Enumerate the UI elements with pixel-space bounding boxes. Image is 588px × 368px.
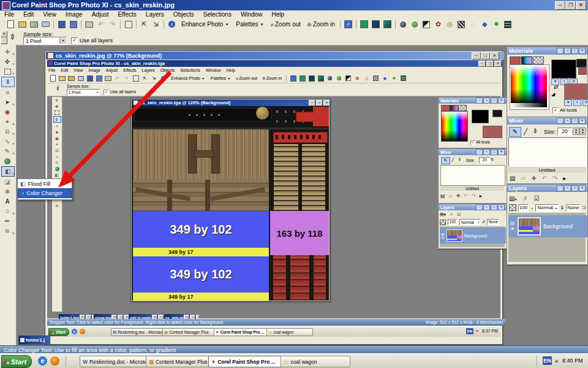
menu-help[interactable]: Help [271, 11, 285, 18]
layers-pin-icon[interactable]: ◦ [557, 185, 564, 191]
resize-icon[interactable] [123, 19, 134, 29]
mixer-open-page-icon[interactable]: ▱ [521, 175, 526, 182]
document-titlebar[interactable]: cs_skin_reskin.jpg @ 77% (Background) – … [46, 52, 504, 59]
sample-size-select[interactable]: 1 Pixel ▼ [23, 37, 67, 45]
layers-titlebar[interactable]: Layers ◦–□× [507, 185, 587, 192]
materials-close-icon[interactable]: × [579, 48, 586, 54]
open-file-icon[interactable] [17, 19, 28, 29]
dropper-tool[interactable]: ✐ [1, 77, 15, 87]
menu-selections[interactable]: Selections [203, 11, 232, 18]
text-tool[interactable]: A [1, 197, 13, 206]
redo-icon[interactable]: ↷ [107, 19, 118, 29]
flyout-color-changer[interactable]: ◑ Color Changer [18, 188, 72, 198]
link-icon[interactable]: ⊃ [582, 205, 586, 210]
mixer-redo-icon[interactable]: ↷ [552, 175, 557, 182]
swap-colors-icon[interactable]: ⇄ [554, 84, 559, 90]
mixer-undo-icon[interactable]: ↶ [542, 175, 547, 182]
close-options-icon[interactable]: ✕ [1, 31, 7, 37]
menu-file[interactable]: File [4, 11, 15, 18]
use-all-layers-checkbox[interactable]: ✓ [71, 37, 78, 44]
pick-tool[interactable]: ➤▾ [1, 98, 13, 107]
preset-shape-tool[interactable]: ◊▾ [1, 207, 13, 216]
background-color-swatch[interactable] [564, 83, 587, 99]
picture-tube-tool[interactable]: ✱ [1, 187, 13, 196]
dots-icon[interactable]: ∴ [468, 19, 478, 29]
quicklaunch-ie-icon[interactable]: e [38, 356, 47, 366]
info-icon[interactable]: i [167, 19, 177, 29]
materials-minimize-icon[interactable]: – [564, 48, 571, 54]
doc-maximize-button[interactable]: □ [481, 52, 490, 59]
mixer-new-page-icon[interactable]: ▤ [510, 175, 515, 182]
sphere-icon[interactable] [398, 19, 409, 29]
red-swirl-icon[interactable]: ✿ [433, 19, 443, 29]
pen-tool[interactable]: ✏ [1, 217, 13, 226]
layers-minimize-icon[interactable]: – [564, 185, 571, 191]
paint-brush-tool[interactable]: ✎▾ [1, 147, 13, 156]
mixer-knife-tool[interactable]: ╱ [524, 128, 527, 135]
layer-opacity-value[interactable]: 100 [518, 204, 529, 212]
script-icon[interactable] [382, 19, 393, 29]
restore-button[interactable]: ❐ [565, 1, 576, 10]
undo-icon[interactable]: ↶ [96, 19, 106, 29]
menu-view[interactable]: View [42, 11, 57, 18]
minimized-folder1-window[interactable]: folder1.j [18, 335, 50, 345]
layers-maximize-icon[interactable]: □ [571, 185, 578, 191]
mixer-pan-icon[interactable]: ✛ [531, 175, 536, 182]
menu-layers[interactable]: Layers [145, 11, 165, 18]
ss-task-content-manager[interactable]: ▦Content Manager Plus [162, 328, 215, 336]
blend-mode-select[interactable]: Normal▸ [535, 204, 558, 212]
task-coal-wagon[interactable]: 🗀coal wagon [281, 356, 350, 367]
doc-minimize-button[interactable]: – [472, 52, 481, 59]
framed-arrow-icon[interactable]: ➚ [343, 19, 353, 29]
new-file-icon[interactable] [6, 19, 16, 29]
close-button[interactable]: ✕ [576, 1, 586, 10]
menu-edit[interactable]: Edit [23, 11, 34, 18]
menu-image[interactable]: Image [65, 11, 83, 18]
document-window[interactable]: cs_skin_reskin.jpg @ 77% (Background) – … [45, 50, 503, 345]
zoom-in-button[interactable]: ⊕Zoom in [307, 21, 335, 28]
ss-start-button[interactable]: Start [48, 328, 69, 336]
menu-window[interactable]: Window [240, 11, 263, 18]
scan-icon[interactable] [40, 19, 51, 29]
fill-tool[interactable]: ◧▾ [1, 166, 15, 177]
ss-task-reskinning[interactable]: WReskinning.doc - Microso... [111, 328, 164, 336]
new-layer-button[interactable]: ▤▾ [509, 195, 516, 202]
diamond-icon[interactable]: ◆ [480, 19, 490, 29]
capture-icon[interactable]: ⇱ [139, 19, 149, 29]
opacity-slider-icon[interactable]: ⌄ [530, 205, 533, 210]
makeover-tool[interactable]: ✦▾ [1, 117, 13, 126]
maze-icon[interactable] [503, 19, 513, 29]
crop-tool[interactable]: ⌗ [1, 88, 13, 97]
import-icon[interactable]: ⇲ [151, 19, 161, 29]
print-icon[interactable] [84, 19, 94, 29]
menu-effects[interactable]: Effects [117, 11, 137, 18]
layer-row-background[interactable]: ▤👁 Background [508, 215, 587, 237]
foreground-mini-swatch[interactable] [576, 59, 587, 67]
preview-icon[interactable] [359, 19, 369, 29]
color-ball-tool[interactable] [1, 156, 13, 166]
contrast-icon[interactable] [421, 19, 432, 29]
clone-brush-tool[interactable]: ⧉▾ [1, 127, 13, 136]
task-paint-shop-pro[interactable]: ✦Corel Paint Shop Pro ... [208, 356, 283, 367]
materials-tab-frame[interactable] [510, 56, 521, 64]
mixer-close-icon[interactable]: × [579, 118, 586, 124]
ss-task-paintshop[interactable]: ✦Corel Paint Shop Pro ... [214, 328, 268, 336]
materials-maximize-icon[interactable]: □ [571, 48, 578, 54]
mixer-minimize-icon[interactable]: – [564, 118, 571, 124]
menu-objects[interactable]: Objects [173, 11, 195, 18]
materials-tab-rainbow[interactable] [521, 56, 532, 64]
start-button[interactable]: Start [1, 355, 32, 368]
delete-layer-button[interactable]: ✗ [522, 195, 527, 202]
scratch-remover-tool[interactable]: ∿▾ [1, 137, 13, 146]
starburst-icon[interactable]: ✹ [491, 19, 502, 29]
minimize-button[interactable]: – [555, 1, 565, 10]
zoom-out-button[interactable]: ⌀Zoom out [270, 21, 301, 28]
edit-selection-button[interactable]: ☑ [534, 195, 540, 202]
pattern-icon[interactable] [456, 19, 467, 29]
save-as-icon[interactable] [68, 19, 78, 29]
lock-mode-button[interactable]: None [566, 204, 580, 212]
quicklaunch-firefox-icon[interactable] [50, 356, 59, 366]
enhance-photo-button[interactable]: Enhance Photo▼ [181, 21, 228, 28]
mixer-brush-tool[interactable]: ✎ [509, 127, 521, 137]
materials-titlebar[interactable]: Materials ◦–□× [507, 47, 587, 55]
